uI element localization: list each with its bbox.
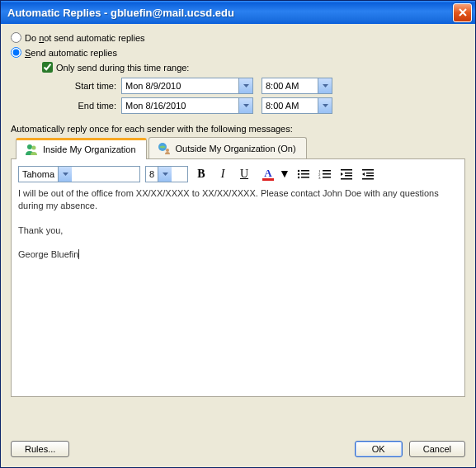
editor-panel: Tahoma 8 B I U A ▼ 123 — [11, 159, 465, 397]
svg-point-6 — [298, 177, 299, 178]
end-date-select[interactable]: Mon 8/16/2010 — [121, 97, 253, 114]
message-line: George Bluefin — [18, 248, 458, 261]
formatting-toolbar: Tahoma 8 B I U A ▼ 123 — [18, 166, 458, 182]
message-line: I will be out of the office from XX/XX/X… — [18, 187, 458, 212]
svg-rect-23 — [362, 178, 374, 180]
svg-point-0 — [27, 144, 32, 149]
underline-button[interactable]: U — [236, 166, 252, 182]
chevron-down-icon — [318, 78, 332, 93]
chevron-down-icon — [58, 167, 72, 182]
svg-rect-15 — [323, 177, 331, 178]
tab-outside-org[interactable]: Outside My Organization (On) — [148, 137, 307, 158]
bulleted-list-button[interactable] — [295, 166, 312, 182]
font-size-select[interactable]: 8 — [145, 166, 188, 182]
people-icon — [25, 143, 38, 156]
svg-rect-18 — [345, 175, 352, 177]
decrease-indent-button[interactable] — [338, 166, 355, 182]
italic-button[interactable]: I — [214, 166, 231, 182]
chevron-down-icon: ▼ — [279, 168, 290, 181]
window-title: Automatic Replies - gbluefin@mail.ucsd.e… — [7, 7, 453, 19]
svg-rect-14 — [323, 173, 331, 175]
svg-rect-17 — [345, 173, 352, 174]
message-textarea[interactable]: I will be out of the office from XX/XX/X… — [18, 187, 458, 261]
radio-dont-send-input[interactable] — [11, 32, 21, 43]
close-button[interactable] — [453, 3, 472, 22]
svg-rect-22 — [366, 175, 374, 177]
checkbox-only-range-input[interactable] — [42, 62, 53, 73]
dialog-content: Do not send automatic replies Send autom… — [1, 24, 475, 467]
radio-dont-send[interactable]: Do not send automatic replies — [11, 32, 465, 43]
svg-rect-16 — [341, 169, 352, 171]
button-bar: RRules...ules... OK Cancel — [11, 441, 465, 457]
end-time-select[interactable]: 8:00 AM — [262, 97, 332, 114]
chevron-down-icon — [238, 78, 252, 93]
radio-send-input[interactable] — [11, 47, 21, 58]
ok-button[interactable]: OK — [355, 441, 403, 457]
svg-rect-20 — [362, 169, 374, 171]
svg-rect-8 — [301, 173, 309, 175]
section-label: Automatically reply once for each sender… — [11, 124, 465, 134]
globe-people-icon — [158, 142, 171, 155]
svg-rect-21 — [366, 173, 374, 174]
start-time-label: Start time: — [42, 81, 116, 91]
chevron-down-icon — [158, 167, 172, 182]
tab-inside-org[interactable]: Inside My Organization — [16, 138, 147, 159]
message-line: Thank you, — [18, 225, 458, 237]
font-color-button[interactable]: A ▼ — [257, 166, 290, 182]
start-date-select[interactable]: Mon 8/9/2010 — [121, 78, 253, 94]
chevron-down-icon — [318, 98, 332, 113]
svg-rect-13 — [323, 170, 331, 172]
tabs: Inside My Organization Outside My Organi… — [11, 137, 465, 159]
svg-point-1 — [32, 146, 36, 150]
bold-button[interactable]: B — [193, 166, 210, 182]
text-cursor — [78, 249, 79, 259]
rules-button[interactable]: RRules...ules... — [11, 441, 69, 457]
automatic-replies-dialog: Automatic Replies - gbluefin@mail.ucsd.e… — [0, 0, 476, 468]
checkbox-only-range[interactable]: Only send during this time range: — [42, 62, 465, 73]
end-time-row: End time: Mon 8/16/2010 8:00 AM — [42, 97, 465, 114]
start-time-row: Start time: Mon 8/9/2010 8:00 AM — [42, 78, 465, 94]
font-select[interactable]: Tahoma — [18, 166, 140, 182]
svg-point-4 — [298, 170, 299, 172]
increase-indent-button[interactable] — [360, 166, 376, 182]
svg-rect-19 — [341, 178, 352, 180]
title-bar: Automatic Replies - gbluefin@mail.ucsd.e… — [1, 1, 475, 24]
end-time-label: End time: — [42, 101, 116, 111]
svg-text:3: 3 — [318, 176, 321, 180]
svg-point-5 — [298, 173, 299, 175]
numbered-list-button[interactable]: 123 — [317, 166, 333, 182]
svg-rect-9 — [301, 177, 309, 178]
chevron-down-icon — [238, 98, 252, 113]
svg-point-3 — [166, 149, 169, 152]
svg-rect-7 — [301, 170, 309, 172]
cancel-button[interactable]: Cancel — [409, 441, 465, 457]
radio-send[interactable]: Send automatic replies — [11, 47, 465, 58]
start-time-select[interactable]: 8:00 AM — [262, 78, 332, 94]
